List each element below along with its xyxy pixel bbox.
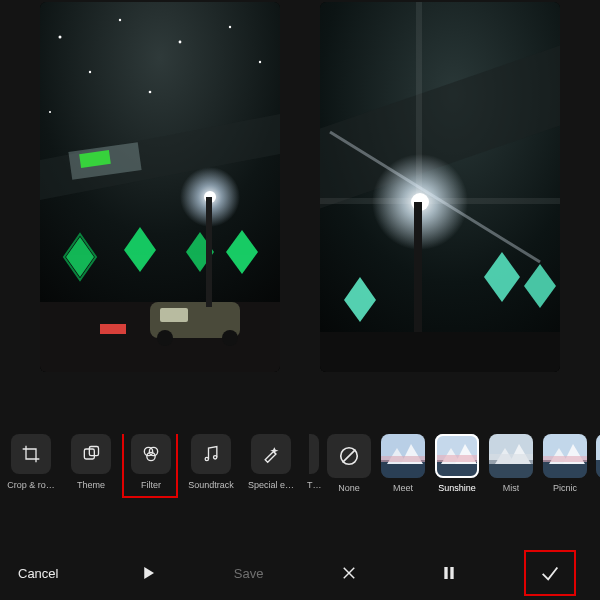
close-icon [340, 564, 358, 582]
special-effects-icon [251, 434, 291, 474]
svg-rect-66 [543, 456, 587, 462]
close-button[interactable] [299, 546, 399, 600]
filter-thumb [435, 434, 479, 478]
filter-icon [131, 434, 171, 474]
tool-label: Filter [141, 480, 161, 490]
filter-meet[interactable]: Meet [380, 434, 426, 493]
svg-point-25 [259, 61, 261, 63]
svg-rect-56 [435, 455, 479, 462]
tool-theme[interactable]: Theme [66, 434, 116, 490]
crop-icon [11, 434, 51, 474]
svg-point-42 [147, 452, 155, 460]
confirm-button[interactable] [500, 546, 600, 600]
svg-rect-37 [320, 332, 560, 372]
check-icon [539, 562, 561, 584]
tool-special-effects[interactable]: Special e… [246, 434, 296, 490]
svg-rect-73 [445, 567, 448, 579]
tool-label: Theme [77, 480, 105, 490]
svg-rect-68 [596, 460, 600, 478]
editor-toolbar: Crop & ro… Theme Filter [0, 434, 600, 504]
bottom-bar: Cancel Save [0, 546, 600, 600]
filter-label: Mist [503, 483, 520, 493]
tool-label: Special e… [248, 480, 294, 490]
svg-rect-74 [451, 567, 454, 579]
svg-point-22 [89, 71, 91, 73]
filter-picnic[interactable]: Picnic [542, 434, 588, 493]
svg-rect-17 [206, 197, 212, 307]
svg-point-23 [149, 91, 152, 94]
svg-point-21 [229, 26, 231, 28]
filter-label: Sunshine [438, 483, 476, 493]
svg-rect-6 [160, 308, 188, 322]
tool-label: Soundtrack [188, 480, 234, 490]
svg-marker-70 [144, 567, 154, 579]
save-label: Save [234, 566, 264, 581]
svg-rect-67 [596, 434, 600, 460]
filter-mist[interactable]: Mist [488, 434, 534, 493]
filter-none[interactable]: None [326, 434, 372, 493]
svg-point-8 [222, 330, 238, 346]
cancel-button[interactable]: Cancel [0, 546, 98, 600]
preview-filtered[interactable] [320, 2, 560, 372]
play-icon [139, 564, 157, 582]
svg-line-46 [343, 450, 356, 463]
theme-icon [71, 434, 111, 474]
tool-filter[interactable]: Filter [126, 434, 176, 490]
none-icon [327, 434, 371, 478]
tool-label: T… [307, 480, 321, 490]
svg-rect-51 [381, 456, 425, 462]
filter-sunshine[interactable]: Sunshine [434, 434, 480, 493]
tool-soundtrack[interactable]: Soundtrack [186, 434, 236, 490]
tool-label: Crop & ro… [7, 480, 55, 490]
play-button[interactable] [98, 546, 198, 600]
svg-point-18 [59, 36, 62, 39]
svg-point-41 [149, 447, 157, 455]
filter-label: None [338, 483, 360, 493]
preview-original[interactable] [40, 2, 280, 372]
svg-rect-9 [100, 324, 126, 334]
save-button[interactable]: Save [198, 546, 298, 600]
filter-label: Meet [393, 483, 413, 493]
filter-list[interactable]: None Meet Sunshine Mist Picnic [326, 434, 600, 493]
filter-thumb [489, 434, 533, 478]
svg-point-19 [119, 19, 121, 21]
soundtrack-icon [191, 434, 231, 474]
svg-point-43 [205, 457, 208, 460]
preview-row [0, 0, 600, 372]
filter-label: Picnic [553, 483, 577, 493]
filter-thumb [543, 434, 587, 478]
cancel-label: Cancel [18, 566, 58, 581]
tool-scroll[interactable]: Crop & ro… Theme Filter [6, 434, 322, 490]
filter-cut-off[interactable]: Ca [596, 434, 600, 493]
svg-point-20 [179, 41, 182, 44]
tool-crop[interactable]: Crop & ro… [6, 434, 56, 490]
pause-icon [441, 564, 457, 582]
filter-thumb [596, 434, 600, 478]
svg-rect-61 [489, 454, 533, 464]
svg-point-7 [157, 330, 173, 346]
pause-button[interactable] [399, 546, 499, 600]
svg-point-24 [49, 111, 51, 113]
tool-cut-off[interactable]: T… [306, 434, 322, 490]
svg-point-44 [214, 456, 217, 459]
tool-cut-icon [309, 434, 319, 474]
filter-thumb [381, 434, 425, 478]
